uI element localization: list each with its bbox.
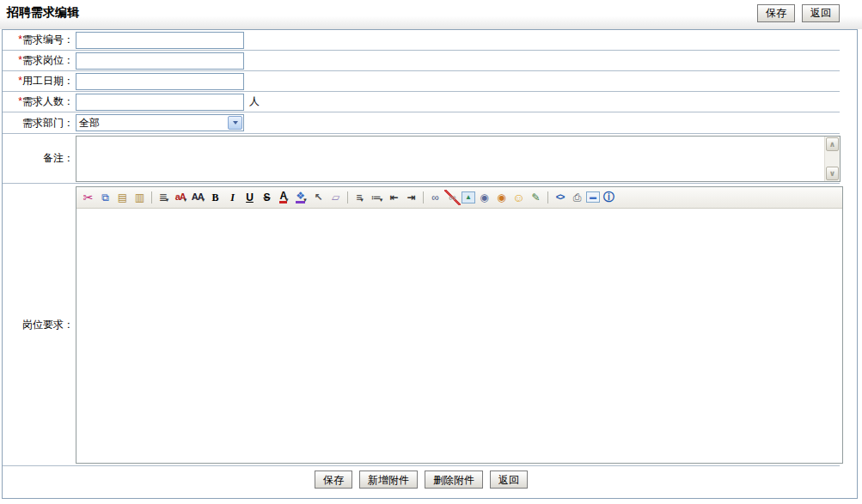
label-text: 备注： bbox=[43, 152, 74, 164]
copy-icon[interactable]: ⧉ bbox=[97, 190, 113, 205]
dropdown-caret: ▾ bbox=[303, 197, 307, 205]
department-select[interactable]: 全部 bbox=[76, 114, 244, 131]
field-label: *需求人数： bbox=[3, 94, 74, 109]
emoticon-icon[interactable]: ☺ bbox=[510, 190, 527, 205]
employment-date-input[interactable] bbox=[76, 73, 244, 90]
textarea-scrollbar[interactable]: ∧ ∨ bbox=[824, 137, 840, 181]
toolbar-separator bbox=[151, 191, 152, 203]
form-row-remark: 备注： ∧ ∨ bbox=[3, 134, 840, 184]
link-icon[interactable]: ∞ bbox=[427, 190, 443, 205]
paragraph-format-icon[interactable]: ≣▾ bbox=[156, 190, 172, 205]
page-title: 招聘需求编辑 bbox=[7, 5, 79, 21]
underline-icon[interactable]: U bbox=[241, 190, 258, 205]
image-icon[interactable]: ▲ bbox=[462, 191, 475, 203]
form-row-requirement-position: *需求岗位： bbox=[3, 51, 840, 71]
department-select-value: 全部 bbox=[76, 116, 227, 131]
italic-icon[interactable]: I bbox=[224, 190, 241, 205]
add-attachment-button[interactable]: 新增附件 bbox=[359, 471, 418, 489]
label-text: 需求编号： bbox=[22, 33, 74, 46]
page-header: 招聘需求编辑 保存 返回 bbox=[0, 0, 862, 29]
cut-icon[interactable]: ✂ bbox=[80, 190, 96, 205]
headcount-unit-label: 人 bbox=[249, 94, 260, 109]
delete-attachment-button[interactable]: 删除附件 bbox=[425, 471, 483, 489]
label-text: 用工日期： bbox=[22, 75, 74, 87]
form-row-job-requirements: 岗位要求： ✂⧉▤▥≣▾aA▾AA▾BIUSA▾❖▾↖▱≡▾≔▾⇤⇥∞∞▲◉◉☺… bbox=[3, 184, 840, 466]
toolbar-separator bbox=[347, 191, 348, 203]
eraser-icon[interactable]: ▱ bbox=[327, 190, 344, 205]
print-icon[interactable]: ⎙ bbox=[569, 190, 585, 205]
select-cursor-icon[interactable]: ↖ bbox=[310, 190, 327, 205]
label-text: 需求岗位： bbox=[22, 54, 74, 66]
save-button-top[interactable]: 保存 bbox=[757, 4, 795, 22]
form-row-headcount: *需求人数： 人 bbox=[3, 92, 840, 112]
requirement-number-input[interactable] bbox=[76, 32, 244, 49]
text-color-icon[interactable]: A▾ bbox=[276, 190, 292, 205]
field-label: 岗位要求： bbox=[3, 318, 74, 332]
preview-icon[interactable]: ▬ bbox=[586, 191, 600, 203]
field-label: 需求部门： bbox=[3, 116, 74, 131]
editor-content[interactable] bbox=[76, 209, 842, 463]
paste-text-icon[interactable]: ▥ bbox=[131, 190, 148, 205]
editor-toolbar: ✂⧉▤▥≣▾aA▾AA▾BIUSA▾❖▾↖▱≡▾≔▾⇤⇥∞∞▲◉◉☺✎<>⎙▬ⓘ bbox=[76, 187, 842, 209]
dropdown-caret: ▾ bbox=[380, 197, 383, 205]
field-label: 备注： bbox=[3, 151, 74, 166]
font-name-icon[interactable]: aA▾ bbox=[173, 190, 189, 205]
chevron-down-icon[interactable] bbox=[228, 116, 242, 130]
remark-textarea[interactable]: ∧ ∨ bbox=[76, 136, 841, 182]
font-size-icon[interactable]: AA▾ bbox=[190, 190, 206, 205]
field-label: *需求编号： bbox=[3, 33, 74, 47]
bg-color-icon[interactable]: ❖▾ bbox=[293, 190, 309, 205]
dropdown-caret: ▾ bbox=[166, 197, 169, 205]
back-button-bottom[interactable]: 返回 bbox=[490, 471, 528, 489]
align-icon[interactable]: ≡▾ bbox=[352, 190, 368, 205]
field-label: *需求岗位： bbox=[3, 53, 74, 68]
strikethrough-icon[interactable]: S bbox=[259, 190, 275, 205]
toolbar-separator bbox=[423, 191, 424, 203]
dropdown-caret: ▾ bbox=[360, 197, 364, 205]
label-text: 需求部门： bbox=[22, 117, 74, 129]
form-footer: 保存 新增附件 删除附件 返回 bbox=[3, 466, 840, 498]
scroll-up-icon[interactable]: ∧ bbox=[826, 137, 839, 151]
header-buttons: 保存 返回 bbox=[757, 4, 840, 22]
scroll-down-icon[interactable]: ∨ bbox=[826, 167, 839, 180]
rich-text-editor: ✂⧉▤▥≣▾aA▾AA▾BIUSA▾❖▾↖▱≡▾≔▾⇤⇥∞∞▲◉◉☺✎<>⎙▬ⓘ bbox=[76, 186, 843, 464]
dropdown-caret: ▾ bbox=[184, 197, 187, 205]
bold-icon[interactable]: B bbox=[207, 190, 223, 205]
flash-icon[interactable]: ◉ bbox=[476, 190, 492, 205]
form-row-requirement-number: *需求编号： bbox=[3, 30, 840, 51]
form-edit-icon[interactable]: ✎ bbox=[528, 190, 544, 205]
headcount-input[interactable] bbox=[76, 94, 244, 111]
unlink-icon[interactable]: ∞ bbox=[444, 190, 461, 205]
dropdown-caret: ▾ bbox=[202, 197, 205, 205]
save-button-bottom[interactable]: 保存 bbox=[315, 471, 352, 489]
label-text: 需求人数： bbox=[22, 95, 74, 107]
paste-icon[interactable]: ▤ bbox=[114, 190, 131, 205]
dropdown-caret: ▾ bbox=[285, 197, 289, 205]
list-icon[interactable]: ≔▾ bbox=[369, 190, 385, 205]
label-text: 岗位要求： bbox=[22, 319, 74, 331]
requirement-position-input[interactable] bbox=[76, 52, 244, 70]
source-icon[interactable]: <> bbox=[552, 190, 568, 205]
media-icon[interactable]: ◉ bbox=[493, 190, 510, 205]
field-label: *用工日期： bbox=[3, 74, 74, 88]
info-icon[interactable]: ⓘ bbox=[601, 190, 617, 205]
form-row-employment-date: *用工日期： bbox=[3, 71, 840, 92]
toolbar-separator bbox=[547, 191, 548, 203]
outdent-icon[interactable]: ⇤ bbox=[386, 190, 402, 205]
form-panel: *需求编号： *需求岗位： *用工日期： *需求人数： 人 需求部门： 全部 备… bbox=[2, 29, 858, 499]
form-row-department: 需求部门： 全部 bbox=[3, 112, 840, 134]
indent-icon[interactable]: ⇥ bbox=[403, 190, 419, 205]
back-button-top[interactable]: 返回 bbox=[802, 4, 840, 22]
